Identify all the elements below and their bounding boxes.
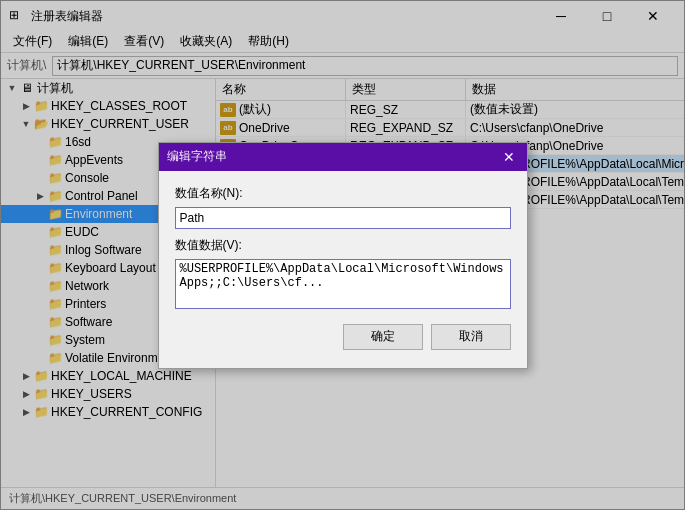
dialog-body: 数值名称(N): 数值数据(V): %USERPROFILE%\AppData\… — [159, 171, 527, 368]
dialog-name-label: 数值名称(N): — [175, 185, 511, 202]
dialog-title-bar: 编辑字符串 ✕ — [159, 143, 527, 171]
dialog-close-button[interactable]: ✕ — [499, 147, 519, 167]
dialog-data-label: 数值数据(V): — [175, 237, 511, 254]
dialog-buttons: 确定 取消 — [175, 324, 511, 358]
dialog-name-input[interactable] — [175, 207, 511, 229]
dialog-data-textarea[interactable]: %USERPROFILE%\AppData\Local\Microsoft\Wi… — [175, 259, 511, 309]
dialog-cancel-button[interactable]: 取消 — [431, 324, 511, 350]
edit-string-dialog: 编辑字符串 ✕ 数值名称(N): 数值数据(V): %USERPROFILE%\… — [158, 142, 528, 369]
dialog-ok-button[interactable]: 确定 — [343, 324, 423, 350]
dialog-overlay: 编辑字符串 ✕ 数值名称(N): 数值数据(V): %USERPROFILE%\… — [0, 0, 685, 510]
dialog-title: 编辑字符串 — [167, 148, 499, 165]
